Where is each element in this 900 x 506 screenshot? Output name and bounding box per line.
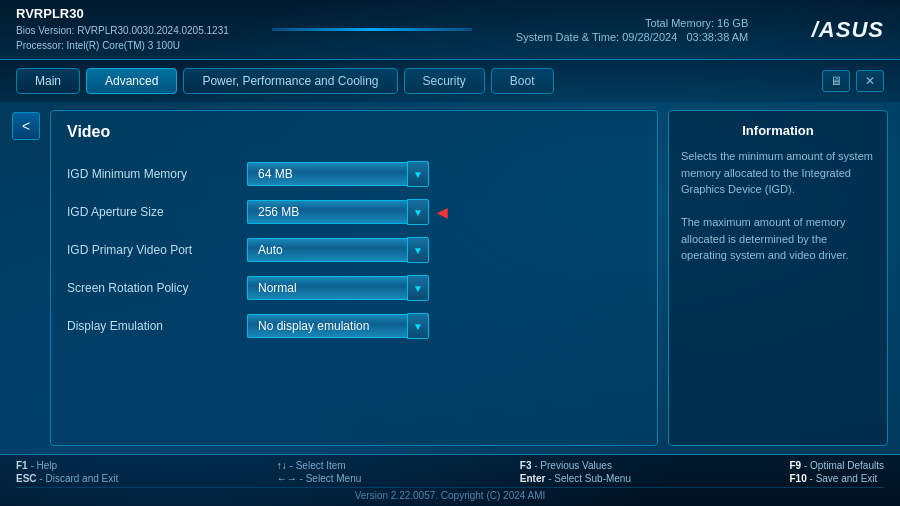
nav-action-icons: 🖥 ✕ bbox=[822, 70, 884, 92]
model-name: RVRPLR30 bbox=[16, 6, 229, 21]
main-content: < Video IGD Minimum Memory 64 MB ▼ IGD A… bbox=[0, 102, 900, 454]
memory-value: 16 GB bbox=[717, 17, 748, 29]
igd-aperture-dropdown[interactable]: 256 MB ▼ bbox=[247, 199, 429, 225]
tab-security[interactable]: Security bbox=[404, 68, 485, 94]
igd-min-memory-arrow[interactable]: ▼ bbox=[407, 161, 429, 187]
igd-primary-value[interactable]: Auto bbox=[247, 238, 407, 262]
header-system-info: RVRPLR30 Bios Version: RVRPLR30.0030.202… bbox=[16, 6, 229, 53]
footer-group-f3: F3 - Previous Values Enter - Select Sub-… bbox=[520, 460, 631, 484]
screen-rotation-label: Screen Rotation Policy bbox=[67, 281, 247, 295]
display-emulation-dropdown[interactable]: No display emulation ▼ bbox=[247, 313, 429, 339]
cursor-indicator: ◀ bbox=[437, 204, 448, 220]
memory-info: Total Memory: 16 GB bbox=[645, 17, 748, 29]
info-panel: Information Selects the minimum amount o… bbox=[668, 110, 888, 446]
key-enter: Enter - Select Sub-Menu bbox=[520, 473, 631, 484]
processor-value: Intel(R) Core(TM) 3 100U bbox=[67, 40, 180, 51]
display-emulation-label: Display Emulation bbox=[67, 319, 247, 333]
key-f9: F9 - Optimal Defaults bbox=[790, 460, 884, 471]
footer-group-f1: F1 - Help ESC - Discard and Exit bbox=[16, 460, 118, 484]
key-f1: F1 - Help bbox=[16, 460, 118, 471]
key-esc: ESC - Discard and Exit bbox=[16, 473, 118, 484]
bios-version: RVRPLR30.0030.2024.0205.1231 bbox=[77, 25, 229, 36]
key-leftright: ←→ - Select Menu bbox=[277, 473, 361, 484]
setting-row-igd-aperture: IGD Aperture Size 256 MB ▼ ◀ bbox=[67, 199, 641, 225]
tab-advanced[interactable]: Advanced bbox=[86, 68, 177, 94]
key-f10: F10 - Save and Exit bbox=[790, 473, 884, 484]
igd-aperture-label: IGD Aperture Size bbox=[67, 205, 247, 219]
igd-aperture-value[interactable]: 256 MB bbox=[247, 200, 407, 224]
setting-row-igd-min-memory: IGD Minimum Memory 64 MB ▼ bbox=[67, 161, 641, 187]
date-value: 09/28/2024 bbox=[622, 31, 677, 43]
tab-boot[interactable]: Boot bbox=[491, 68, 554, 94]
screen-icon-button[interactable]: 🖥 bbox=[822, 70, 850, 92]
tab-power[interactable]: Power, Performance and Cooling bbox=[183, 68, 397, 94]
asus-logo: /ASUS bbox=[812, 17, 884, 43]
screen-rotation-value[interactable]: Normal bbox=[247, 276, 407, 300]
igd-primary-dropdown[interactable]: Auto ▼ bbox=[247, 237, 429, 263]
header: RVRPLR30 Bios Version: RVRPLR30.0030.202… bbox=[0, 0, 900, 60]
screen-rotation-arrow[interactable]: ▼ bbox=[407, 275, 429, 301]
igd-min-memory-label: IGD Minimum Memory bbox=[67, 167, 247, 181]
igd-primary-arrow[interactable]: ▼ bbox=[407, 237, 429, 263]
memory-label: Total Memory: bbox=[645, 17, 714, 29]
footer-version: Version 2.22.0057. Copyright (C) 2024 AM… bbox=[16, 487, 884, 501]
igd-min-memory-value[interactable]: 64 MB bbox=[247, 162, 407, 186]
igd-aperture-arrow[interactable]: ▼ bbox=[407, 199, 429, 225]
key-updown: ↑↓ - Select Item bbox=[277, 460, 361, 471]
setting-row-screen-rotation: Screen Rotation Policy Normal ▼ bbox=[67, 275, 641, 301]
footer-group-nav: ↑↓ - Select Item ←→ - Select Menu bbox=[277, 460, 361, 484]
processor-label: Processor: bbox=[16, 40, 64, 51]
igd-min-memory-dropdown[interactable]: 64 MB ▼ bbox=[247, 161, 429, 187]
navigation-bar: Main Advanced Power, Performance and Coo… bbox=[0, 60, 900, 102]
bios-label: Bios Version: bbox=[16, 25, 74, 36]
header-right-info: Total Memory: 16 GB System Date & Time: … bbox=[516, 17, 748, 43]
tab-main[interactable]: Main bbox=[16, 68, 80, 94]
datetime-info: System Date & Time: 09/28/2024 03:38:38 … bbox=[516, 31, 748, 43]
display-emulation-arrow[interactable]: ▼ bbox=[407, 313, 429, 339]
progress-bar bbox=[272, 28, 472, 31]
footer-group-f9: F9 - Optimal Defaults F10 - Save and Exi… bbox=[790, 460, 884, 484]
time-value: 03:38:38 AM bbox=[686, 31, 748, 43]
setting-row-igd-primary: IGD Primary Video Port Auto ▼ bbox=[67, 237, 641, 263]
panel-title: Video bbox=[67, 123, 641, 145]
footer-key-bindings: F1 - Help ESC - Discard and Exit ↑↓ - Se… bbox=[16, 460, 884, 484]
video-panel: Video IGD Minimum Memory 64 MB ▼ IGD Ape… bbox=[50, 110, 658, 446]
info-text: Selects the minimum amount of system mem… bbox=[681, 148, 875, 264]
info-title: Information bbox=[681, 123, 875, 138]
footer: F1 - Help ESC - Discard and Exit ↑↓ - Se… bbox=[0, 454, 900, 506]
nav-tabs: Main Advanced Power, Performance and Coo… bbox=[16, 68, 554, 94]
screen-rotation-dropdown[interactable]: Normal ▼ bbox=[247, 275, 429, 301]
date-label: System Date & Time: bbox=[516, 31, 619, 43]
igd-primary-label: IGD Primary Video Port bbox=[67, 243, 247, 257]
close-icon-button[interactable]: ✕ bbox=[856, 70, 884, 92]
setting-row-display-emulation: Display Emulation No display emulation ▼ bbox=[67, 313, 641, 339]
bios-info: Bios Version: RVRPLR30.0030.2024.0205.12… bbox=[16, 23, 229, 53]
key-f3: F3 - Previous Values bbox=[520, 460, 631, 471]
header-progress-area bbox=[272, 26, 472, 33]
display-emulation-value[interactable]: No display emulation bbox=[247, 314, 407, 338]
back-button[interactable]: < bbox=[12, 112, 40, 140]
